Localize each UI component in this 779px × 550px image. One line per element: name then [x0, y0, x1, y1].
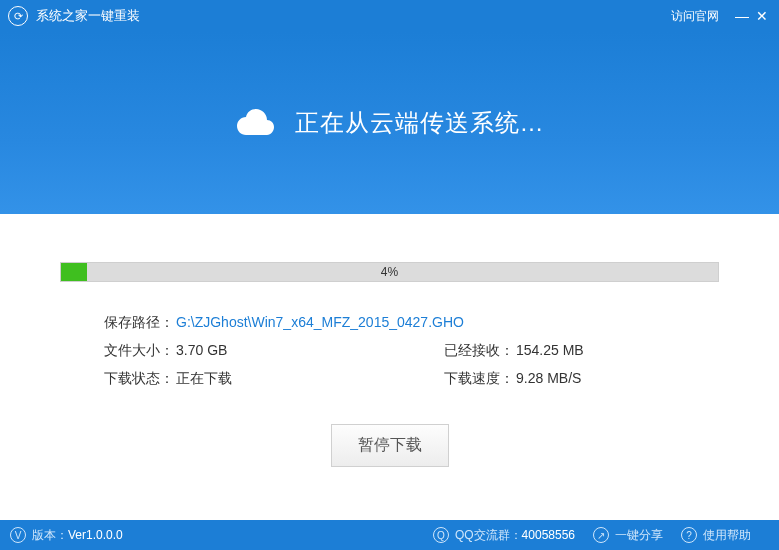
download-info: 保存路径： G:\ZJGhost\Win7_x64_MFZ_2015_0427.…: [104, 314, 719, 388]
status-label: 下载状态：: [104, 370, 174, 388]
app-logo-icon: ⟳: [8, 6, 28, 26]
progress-bar: 4%: [60, 262, 719, 282]
app-window: ⟳ 系统之家一键重装 访问官网 — ✕ 正在从云端传送系统… 4% 保存路径：: [0, 0, 779, 550]
help-icon: ?: [681, 527, 697, 543]
version-label: 版本：: [32, 527, 68, 544]
received-label: 已经接收：: [444, 342, 514, 360]
cloud-icon: [235, 107, 281, 139]
file-size-value: 3.70 GB: [176, 342, 227, 360]
progress-percent-label: 4%: [61, 263, 718, 281]
status-value: 正在下载: [176, 370, 232, 388]
pause-download-button[interactable]: 暂停下载: [331, 424, 449, 467]
version-icon: V: [10, 527, 26, 543]
share-icon: ↗: [593, 527, 609, 543]
close-button[interactable]: ✕: [753, 8, 771, 24]
version-info: V 版本： Ver1.0.0.0: [10, 527, 123, 544]
speed-label: 下载速度：: [444, 370, 514, 388]
app-title: 系统之家一键重装: [36, 7, 140, 25]
qq-group-link[interactable]: Q QQ交流群： 40058556: [433, 527, 575, 544]
hero-text: 正在从云端传送系统…: [295, 107, 545, 139]
qq-icon: Q: [433, 527, 449, 543]
share-label: 一键分享: [615, 527, 663, 544]
minimize-button[interactable]: —: [733, 8, 751, 24]
help-label: 使用帮助: [703, 527, 751, 544]
content-area: 4% 保存路径： G:\ZJGhost\Win7_x64_MFZ_2015_04…: [0, 214, 779, 520]
file-size-label: 文件大小：: [104, 342, 174, 360]
official-site-link[interactable]: 访问官网: [671, 8, 719, 25]
received-value: 154.25 MB: [516, 342, 584, 360]
qq-value: 40058556: [522, 528, 575, 542]
version-value: Ver1.0.0.0: [68, 528, 123, 542]
save-path-value: G:\ZJGhost\Win7_x64_MFZ_2015_0427.GHO: [176, 314, 464, 332]
qq-label: QQ交流群：: [455, 527, 522, 544]
footer: V 版本： Ver1.0.0.0 Q QQ交流群： 40058556 ↗ 一键分…: [0, 520, 779, 550]
help-link[interactable]: ? 使用帮助: [681, 527, 751, 544]
save-path-label: 保存路径：: [104, 314, 174, 332]
share-link[interactable]: ↗ 一键分享: [593, 527, 663, 544]
titlebar: ⟳ 系统之家一键重装 访问官网 — ✕: [0, 0, 779, 32]
refresh-icon: ⟳: [14, 10, 23, 23]
hero-banner: 正在从云端传送系统…: [0, 32, 779, 214]
speed-value: 9.28 MB/S: [516, 370, 581, 388]
